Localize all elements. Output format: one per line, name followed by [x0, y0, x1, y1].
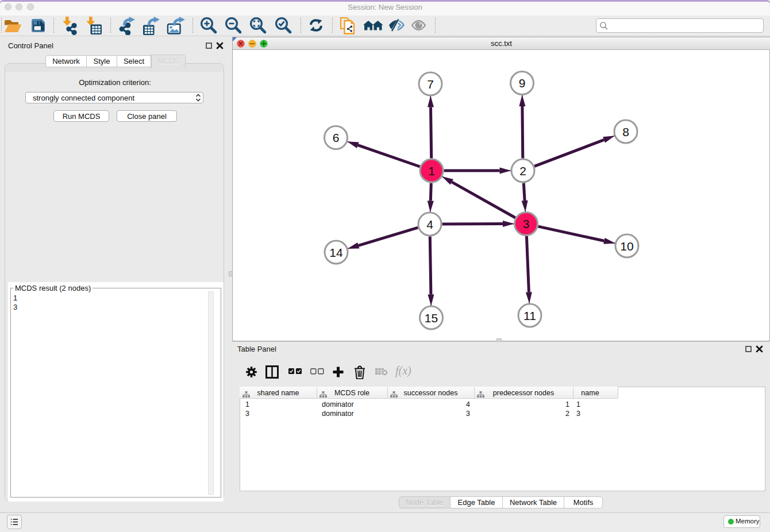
svg-text:3: 3	[523, 217, 530, 230]
svg-text:14: 14	[329, 246, 343, 259]
svg-text:2: 2	[519, 164, 526, 178]
svg-text:10: 10	[620, 240, 633, 253]
svg-text:7: 7	[427, 78, 434, 91]
svg-text:11: 11	[523, 309, 536, 322]
svg-text:1: 1	[428, 164, 435, 178]
svg-text:15: 15	[425, 311, 438, 325]
svg-text:4: 4	[426, 218, 433, 231]
svg-text:8: 8	[622, 125, 629, 138]
svg-text:9: 9	[519, 76, 526, 90]
svg-text:6: 6	[333, 131, 340, 144]
